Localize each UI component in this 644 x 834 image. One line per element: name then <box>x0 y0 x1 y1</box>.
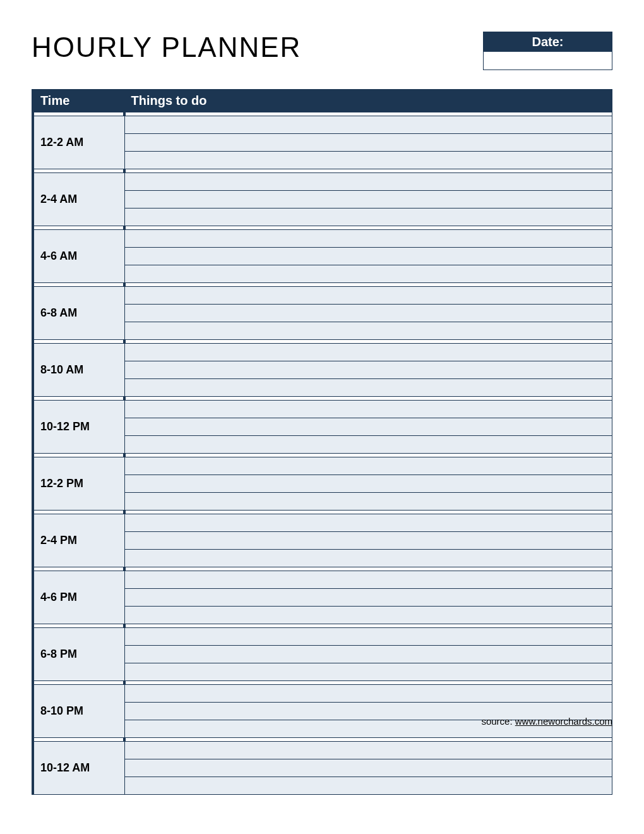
todo-input[interactable] <box>125 550 612 567</box>
table-row: 6-8 AM <box>33 287 612 305</box>
todo-cell <box>124 607 612 624</box>
time-cell: 4-6 AM <box>33 230 124 283</box>
todo-input[interactable] <box>125 532 612 549</box>
todo-cell <box>124 493 612 511</box>
todo-input[interactable] <box>125 305 612 322</box>
todo-cell <box>124 265 612 283</box>
todo-input[interactable] <box>125 759 612 777</box>
todo-input[interactable] <box>125 663 612 680</box>
todo-cell <box>124 230 612 248</box>
todo-cell <box>124 322 612 340</box>
todo-cell <box>124 152 612 169</box>
todo-input[interactable] <box>125 265 612 282</box>
time-cell: 10-12 PM <box>33 401 124 454</box>
planner-table: Time Things to do 12-2 AM2-4 AM4-6 AM6-8… <box>32 89 612 795</box>
todo-cell <box>124 742 612 759</box>
todo-cell <box>124 116 612 134</box>
todo-cell <box>124 514 612 532</box>
todo-cell <box>124 532 612 550</box>
todo-input[interactable] <box>125 571 612 588</box>
todo-input[interactable] <box>125 344 612 361</box>
todo-cell <box>124 287 612 305</box>
footer: source: www.neworchards.com <box>481 716 612 727</box>
footer-link[interactable]: www.neworchards.com <box>515 716 612 727</box>
todo-cell <box>124 418 612 436</box>
todo-cell <box>124 646 612 663</box>
todo-input[interactable] <box>125 208 612 226</box>
time-cell: 6-8 PM <box>33 628 124 681</box>
table-row: 8-10 PM <box>33 685 612 703</box>
todo-input[interactable] <box>125 514 612 531</box>
todo-cell <box>124 457 612 475</box>
todo-input[interactable] <box>125 777 612 794</box>
time-cell: 8-10 AM <box>33 344 124 397</box>
todo-input[interactable] <box>125 742 612 759</box>
time-cell: 8-10 PM <box>33 685 124 738</box>
todo-input[interactable] <box>125 134 612 151</box>
table-row: 12-2 PM <box>33 457 612 475</box>
todo-input[interactable] <box>125 152 612 169</box>
todo-cell <box>124 191 612 208</box>
footer-prefix: source: <box>481 716 515 727</box>
todo-cell <box>124 777 612 795</box>
todo-cell <box>124 361 612 379</box>
time-cell: 4-6 PM <box>33 571 124 624</box>
table-row: 10-12 AM <box>33 742 612 759</box>
todo-input[interactable] <box>125 173 612 190</box>
todo-input[interactable] <box>125 628 612 645</box>
todo-cell <box>124 759 612 777</box>
header: HOURLY PLANNER Date: <box>32 32 612 70</box>
table-row: 4-6 PM <box>33 571 612 589</box>
todo-input[interactable] <box>125 361 612 378</box>
table-row: 2-4 AM <box>33 173 612 191</box>
table-row: 6-8 PM <box>33 628 612 646</box>
page-title: HOURLY PLANNER <box>32 32 301 63</box>
todo-cell <box>124 589 612 607</box>
todo-cell <box>124 173 612 191</box>
todo-input[interactable] <box>125 322 612 339</box>
todo-cell <box>124 344 612 361</box>
todo-cell <box>124 685 612 703</box>
todo-cell <box>124 663 612 681</box>
table-row: 10-12 PM <box>33 401 612 418</box>
todo-input[interactable] <box>125 589 612 606</box>
todo-input[interactable] <box>125 230 612 247</box>
time-cell: 10-12 AM <box>33 742 124 795</box>
todo-input[interactable] <box>125 607 612 624</box>
table-row: 2-4 PM <box>33 514 612 532</box>
todo-input[interactable] <box>125 493 612 510</box>
date-input[interactable] <box>484 52 612 70</box>
todo-input[interactable] <box>125 436 612 453</box>
table-row: 12-2 AM <box>33 116 612 134</box>
date-label: Date: <box>484 32 612 52</box>
todo-cell <box>124 134 612 152</box>
todo-cell <box>124 379 612 397</box>
todo-input[interactable] <box>125 457 612 474</box>
todo-input[interactable] <box>125 379 612 396</box>
todo-cell <box>124 208 612 226</box>
todo-input[interactable] <box>125 191 612 208</box>
todo-input[interactable] <box>125 685 612 702</box>
todo-input[interactable] <box>125 418 612 435</box>
todo-cell <box>124 248 612 265</box>
todo-cell <box>124 305 612 322</box>
todo-input[interactable] <box>125 475 612 492</box>
column-header-time: Time <box>33 90 124 112</box>
time-cell: 2-4 PM <box>33 514 124 567</box>
todo-cell <box>124 475 612 493</box>
todo-cell <box>124 436 612 454</box>
todo-input[interactable] <box>125 401 612 418</box>
todo-input[interactable] <box>125 646 612 663</box>
todo-input[interactable] <box>125 287 612 304</box>
todo-input[interactable] <box>125 116 612 133</box>
table-row: 4-6 AM <box>33 230 612 248</box>
column-header-todo: Things to do <box>124 90 612 112</box>
todo-cell <box>124 401 612 418</box>
todo-cell <box>124 550 612 567</box>
time-cell: 6-8 AM <box>33 287 124 340</box>
todo-input[interactable] <box>125 248 612 265</box>
time-cell: 12-2 PM <box>33 457 124 511</box>
table-row: 8-10 AM <box>33 344 612 361</box>
time-cell: 2-4 AM <box>33 173 124 226</box>
todo-cell <box>124 571 612 589</box>
